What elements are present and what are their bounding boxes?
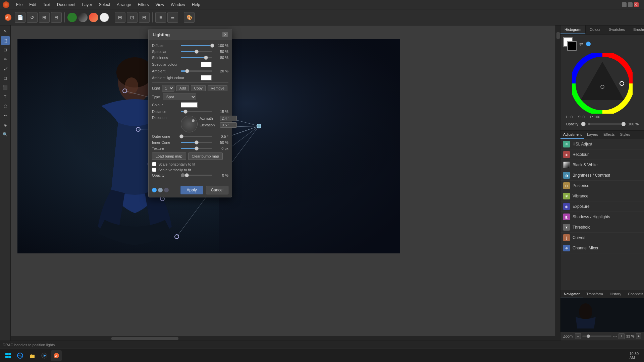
menu-select[interactable]: Select bbox=[96, 2, 113, 8]
tool-pointer[interactable]: ↖ bbox=[1, 27, 10, 36]
menu-file[interactable]: File bbox=[13, 2, 26, 8]
type-select[interactable]: Spot Directional Point bbox=[163, 94, 196, 100]
navigator-preview[interactable] bbox=[560, 298, 644, 332]
window-maximize[interactable]: □ bbox=[628, 2, 633, 7]
tool-text[interactable]: T bbox=[1, 93, 10, 101]
nav-tab-history[interactable]: History bbox=[606, 290, 625, 298]
nav-tab-channels[interactable]: Channels bbox=[625, 290, 644, 298]
nav-tab-transform[interactable]: Transform bbox=[583, 290, 606, 298]
menu-window[interactable]: Window bbox=[167, 2, 189, 8]
menu-view[interactable]: View bbox=[152, 2, 168, 8]
zoom-in-btn[interactable]: + bbox=[619, 333, 625, 339]
adj-hsl[interactable]: ≋ HSL Adjust bbox=[560, 139, 644, 149]
h-scrollbar-thumb[interactable] bbox=[111, 337, 178, 340]
direction-wheel[interactable] bbox=[181, 116, 198, 132]
adj-shadows[interactable]: ◧ Shadows / Highlights bbox=[560, 212, 644, 222]
ambient-handle[interactable] bbox=[185, 69, 189, 73]
inner-cone-handle[interactable] bbox=[195, 140, 199, 144]
footer-icon-3[interactable]: ⋮ bbox=[164, 188, 169, 192]
toolbar-color4[interactable] bbox=[100, 13, 109, 22]
light-add-btn[interactable]: Add bbox=[176, 85, 189, 91]
light-remove-btn[interactable]: Remove bbox=[208, 85, 227, 91]
outer-cone-handle[interactable] bbox=[179, 134, 183, 138]
tool-zoom[interactable]: 🔍 bbox=[1, 130, 10, 139]
footer-icon-1[interactable] bbox=[152, 188, 157, 192]
toolbar-color3[interactable] bbox=[89, 13, 98, 22]
opacity-handle[interactable] bbox=[185, 173, 189, 177]
taskbar-affinity[interactable]: A bbox=[51, 350, 62, 361]
light-copy-btn[interactable]: Copy bbox=[191, 85, 206, 91]
distance-handle[interactable] bbox=[183, 110, 187, 114]
color-wheel-container[interactable] bbox=[572, 53, 633, 114]
adj-bw[interactable]: Black & White bbox=[560, 160, 644, 170]
load-bump-map-btn[interactable]: Load bump map bbox=[152, 153, 186, 160]
specular-colour-swatch[interactable] bbox=[201, 62, 212, 67]
distance-slider[interactable] bbox=[181, 111, 212, 112]
tool-shape[interactable]: ⬡ bbox=[1, 102, 10, 111]
colour-swatch[interactable] bbox=[181, 102, 198, 108]
tool-eraser[interactable]: ◻ bbox=[1, 74, 10, 82]
zoom-track[interactable] bbox=[582, 336, 611, 337]
nav-tab-navigator[interactable]: Navigator bbox=[560, 290, 583, 298]
taskbar-media[interactable] bbox=[39, 350, 50, 361]
diffuse-slider[interactable] bbox=[181, 45, 212, 46]
menu-filters[interactable]: Filters bbox=[135, 2, 152, 8]
dialog-close-btn[interactable]: ✕ bbox=[222, 32, 228, 37]
toolbar-new[interactable]: 📄 bbox=[15, 12, 25, 23]
swap-colors-btn[interactable]: ⇄ bbox=[579, 41, 583, 47]
menu-text[interactable]: Text bbox=[40, 2, 54, 8]
adj-tab-layers[interactable]: Layers bbox=[584, 131, 601, 139]
tab-swatches[interactable]: Swatches bbox=[605, 25, 630, 34]
tab-colour[interactable]: Colour bbox=[586, 25, 605, 34]
scale-h-checkbox[interactable] bbox=[152, 162, 156, 166]
zoom-out-btn[interactable]: − bbox=[575, 333, 581, 339]
toolbar-refresh[interactable]: ↺ bbox=[27, 12, 38, 23]
adj-threshold[interactable]: ▼ Threshold bbox=[560, 222, 644, 233]
opacity-slider-right[interactable] bbox=[588, 123, 626, 125]
canvas-scrollbar-h[interactable] bbox=[11, 336, 560, 341]
taskbar-explorer[interactable] bbox=[27, 350, 38, 361]
menu-edit[interactable]: Edit bbox=[26, 2, 40, 8]
menu-document[interactable]: Document bbox=[54, 2, 79, 8]
window-minimize[interactable]: — bbox=[622, 2, 627, 7]
menu-layer[interactable]: Layer bbox=[79, 2, 96, 8]
adj-tab-effects[interactable]: Effects bbox=[601, 131, 617, 139]
tab-histogram[interactable]: Histogram bbox=[560, 25, 586, 34]
tool-pen[interactable]: ✒ bbox=[1, 111, 10, 120]
toolbar-transform[interactable]: ⊞ bbox=[39, 12, 50, 23]
texture-slider[interactable] bbox=[181, 148, 212, 149]
toolbar-grid[interactable]: ⊞ bbox=[115, 12, 125, 23]
adj-recolour[interactable]: ◈ Recolour bbox=[560, 149, 644, 160]
tool-paint[interactable]: ✏ bbox=[1, 55, 10, 64]
adj-channel-mixer[interactable]: ⊕ Channel Mixer bbox=[560, 243, 644, 253]
toolbar-affinity[interactable]: A bbox=[3, 12, 13, 23]
zoom-handle[interactable] bbox=[587, 335, 590, 338]
adj-tab-adjustment[interactable]: Adjustment bbox=[560, 131, 584, 139]
tool-node[interactable]: ◈ bbox=[1, 121, 10, 129]
toolbar-align[interactable]: ≡ bbox=[155, 12, 166, 23]
outer-cone-slider[interactable] bbox=[181, 136, 212, 137]
adj-brightness[interactable]: ◑ Brightness / Contrast bbox=[560, 170, 644, 181]
azimuth-input[interactable] bbox=[220, 116, 237, 121]
diffuse-handle[interactable] bbox=[210, 44, 214, 48]
specular-slider[interactable] bbox=[181, 51, 212, 52]
tool-select[interactable]: ⬚ bbox=[1, 36, 10, 45]
specular-handle[interactable] bbox=[195, 50, 199, 54]
cancel-btn[interactable]: Cancel bbox=[206, 186, 228, 194]
elevation-input[interactable] bbox=[220, 122, 237, 128]
toolbar-dist[interactable]: ≣ bbox=[167, 12, 178, 23]
toolbar-snap[interactable]: ⊡ bbox=[127, 12, 138, 23]
toolbar-color-picker[interactable]: 🎨 bbox=[184, 12, 195, 23]
menu-help[interactable]: Help bbox=[189, 2, 204, 8]
texture-handle[interactable] bbox=[195, 146, 199, 150]
adj-tab-styles[interactable]: Styles bbox=[618, 131, 633, 139]
taskbar-windows[interactable] bbox=[3, 350, 13, 361]
menu-arrange[interactable]: Arrange bbox=[113, 2, 135, 8]
canvas-scrollbar-v[interactable] bbox=[555, 25, 560, 336]
toolbar-warp[interactable]: ⊟ bbox=[51, 12, 62, 23]
canvas-main[interactable]: Lighting ✕ Diffuse 100 % bbox=[11, 25, 555, 336]
adj-curves[interactable]: ∫ Curves bbox=[560, 233, 644, 243]
scale-v-checkbox[interactable] bbox=[152, 168, 156, 172]
shininess-slider[interactable] bbox=[181, 57, 212, 58]
bg-color[interactable] bbox=[567, 41, 577, 51]
